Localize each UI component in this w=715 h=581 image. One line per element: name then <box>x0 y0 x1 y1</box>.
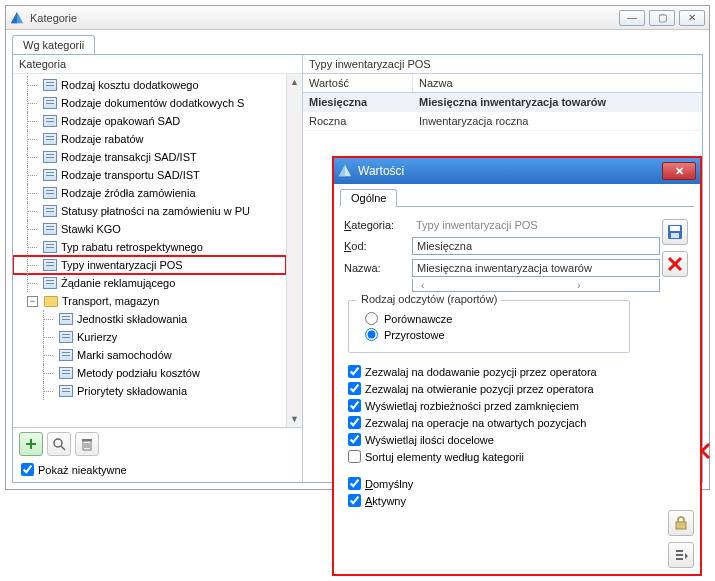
nazwa-input[interactable]: Miesięczna inwentaryzacja towarów <box>412 259 660 277</box>
svg-rect-7 <box>82 439 92 441</box>
tree-item[interactable]: Kurierzy <box>13 328 286 346</box>
grid-col-name[interactable]: Nazwa <box>413 74 459 92</box>
cancel-button[interactable] <box>662 251 688 277</box>
options-checklist: Zezwalaj na dodawanie pozycji przez oper… <box>348 363 656 465</box>
table-row[interactable]: RocznaInwentaryzacja roczna <box>303 112 702 131</box>
tree-item[interactable]: Rodzaj kosztu dodatkowego <box>13 76 286 94</box>
tree-item[interactable]: Priorytety składowania <box>13 382 286 400</box>
default-checkbox[interactable] <box>348 477 361 490</box>
menu-button[interactable] <box>668 542 694 568</box>
tree-item-label: Typy inwentaryzacji POS <box>61 259 183 271</box>
scroll-down-icon[interactable]: ▼ <box>287 411 303 427</box>
close-button[interactable]: ✕ <box>679 10 705 26</box>
tab-wg-kategorii[interactable]: Wg kategorii <box>12 35 95 55</box>
form-icon <box>43 223 57 235</box>
window-title: Kategorie <box>30 12 619 24</box>
tree-item[interactable]: Statusy płatności na zamówieniu w PU <box>13 202 286 220</box>
form-icon <box>43 97 57 109</box>
option-row: Zezwalaj na otwieranie pozycji przez ope… <box>348 380 656 397</box>
tree-scrollbar[interactable]: ▲ ▼ <box>286 74 302 427</box>
grid-col-value[interactable]: Wartość <box>303 74 413 92</box>
option-checkbox[interactable] <box>348 450 361 463</box>
tree-item[interactable]: Rodzaje źródła zamówienia <box>13 184 286 202</box>
option-checkbox[interactable] <box>348 433 361 446</box>
tree-item[interactable]: Jednostki składowania <box>13 310 286 328</box>
option-checkbox[interactable] <box>348 416 361 429</box>
dialog-title: Wartości <box>358 164 662 178</box>
app-logo-icon <box>10 11 24 25</box>
save-button[interactable] <box>662 219 688 245</box>
option-row: Sortuj elementy według kategorii <box>348 448 656 465</box>
dialog-tab-general[interactable]: Ogólne <box>340 189 397 207</box>
default-label: Domyślny <box>365 478 413 490</box>
option-checkbox[interactable] <box>348 382 361 395</box>
kod-input[interactable] <box>412 237 660 255</box>
tree-item-label: Jednostki składowania <box>77 313 187 325</box>
scroll-up-icon[interactable]: ▲ <box>287 74 303 90</box>
label-kod: Kod: <box>344 240 406 252</box>
minimize-button[interactable]: — <box>619 10 645 26</box>
option-label: Zezwalaj na operacje na otwartych pozycj… <box>365 417 586 429</box>
tree-item-label: Typ rabatu retrospektywnego <box>61 241 203 253</box>
tree-folder[interactable]: −Transport, magazyn <box>13 292 286 310</box>
option-label: Wyświetlaj rozbieżności przed zamknięcie… <box>365 400 579 412</box>
cancel-x-icon <box>666 255 684 273</box>
tree-item[interactable]: Żądanie reklamującego <box>13 274 286 292</box>
form-icon <box>59 367 73 379</box>
nazwa-next-icon[interactable]: › <box>573 279 655 291</box>
active-checkbox[interactable] <box>348 494 361 507</box>
tree-item[interactable]: Rodzaje transakcji SAD/IST <box>13 148 286 166</box>
dialog-close-button[interactable]: ✕ <box>662 162 696 180</box>
show-inactive-row: Pokaż nieaktywne <box>13 459 302 482</box>
active-label: Aktywny <box>365 495 406 507</box>
tree-item[interactable]: Rodzaje rabatów <box>13 130 286 148</box>
left-panel: Kategoria Rodzaj kosztu dodatkowegoRodza… <box>13 55 303 482</box>
tree-item[interactable]: Stawki KGO <box>13 220 286 238</box>
option-row: Wyświetlaj rozbieżności przed zamknięcie… <box>348 397 656 414</box>
tree-item[interactable]: Metody podziału kosztów <box>13 364 286 382</box>
folder-icon <box>44 296 58 307</box>
plus-icon <box>24 437 38 451</box>
tree-item[interactable]: Typ rabatu retrospektywnego <box>13 238 286 256</box>
form-icon <box>59 349 73 361</box>
search-button[interactable] <box>47 432 71 456</box>
tree-folder-label: Transport, magazyn <box>62 295 159 307</box>
titlebar: Kategorie — ▢ ✕ <box>6 6 709 30</box>
tree-item-label: Rodzaje transakcji SAD/IST <box>61 151 197 163</box>
tree-item[interactable]: Typy inwentaryzacji POS <box>13 256 286 274</box>
tree-item-label: Żądanie reklamującego <box>61 277 175 289</box>
form-icon <box>43 79 57 91</box>
tree-item[interactable]: Rodzaje opakowań SAD <box>13 112 286 130</box>
form-icon <box>43 205 57 217</box>
lock-button[interactable] <box>668 510 694 536</box>
nazwa-prev-icon[interactable]: ‹ <box>417 279 499 291</box>
tree-item-label: Rodzaj kosztu dodatkowego <box>61 79 199 91</box>
form-icon <box>43 259 57 271</box>
svg-rect-17 <box>671 233 679 238</box>
option-checkbox[interactable] <box>348 399 361 412</box>
tree-item[interactable]: Rodzaje dokumentów dodatkowych S <box>13 94 286 112</box>
tree-item-label: Stawki KGO <box>61 223 121 235</box>
tree-item-label: Rodzaje źródła zamówienia <box>61 187 196 199</box>
show-inactive-checkbox[interactable] <box>21 463 34 476</box>
option-checkbox[interactable] <box>348 365 361 378</box>
delete-button[interactable] <box>75 432 99 456</box>
left-toolbar <box>13 427 302 459</box>
cell-name: Miesięczna inwentaryzacja towarów <box>413 93 612 111</box>
maximize-button[interactable]: ▢ <box>649 10 675 26</box>
collapse-icon[interactable]: − <box>27 296 38 307</box>
radio-incremental[interactable] <box>365 328 378 341</box>
add-button[interactable] <box>19 432 43 456</box>
show-inactive-label: Pokaż nieaktywne <box>38 464 127 476</box>
table-row[interactable]: MiesięcznaMiesięczna inwentaryzacja towa… <box>303 93 702 112</box>
tree-item[interactable]: Marki samochodów <box>13 346 286 364</box>
form-icon <box>43 133 57 145</box>
svg-rect-3 <box>26 443 36 445</box>
cell-value: Miesięczna <box>303 93 413 111</box>
tree-item[interactable]: Rodzaje transportu SAD/IST <box>13 166 286 184</box>
grid-body: MiesięcznaMiesięczna inwentaryzacja towa… <box>303 93 702 131</box>
radio-comparative[interactable] <box>365 312 378 325</box>
tree-item-label: Priorytety składowania <box>77 385 187 397</box>
tree-item-label: Rodzaje dokumentów dodatkowych S <box>61 97 244 109</box>
cell-value: Roczna <box>303 112 413 130</box>
